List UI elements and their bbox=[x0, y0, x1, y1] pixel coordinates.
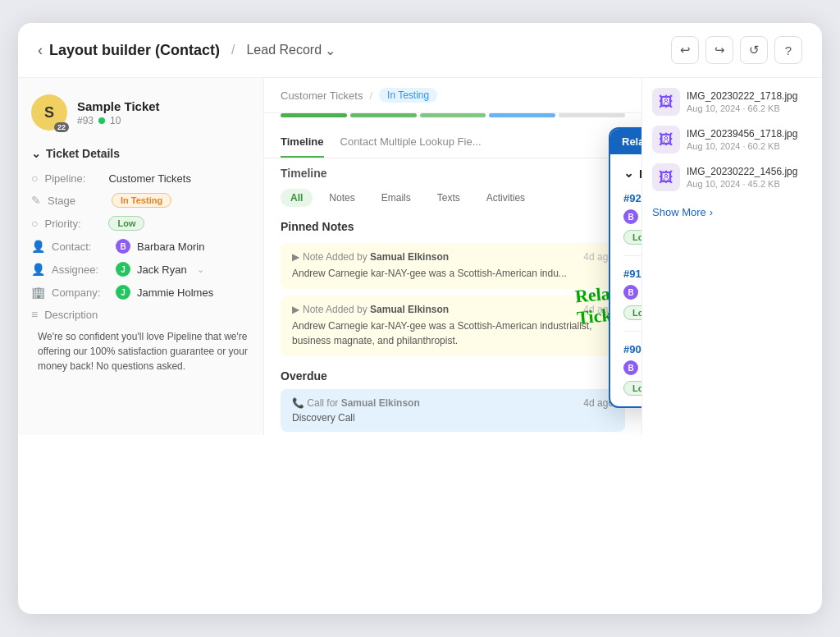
stage-field: ✎ Stage In Testing bbox=[31, 193, 250, 208]
body: S 22 Sample Ticket #93 10 ⌄ Ticket Detai… bbox=[18, 78, 822, 435]
tab-timeline[interactable]: Timeline bbox=[281, 127, 324, 158]
header: ‹ Layout builder (Contact) / Lead Record… bbox=[18, 23, 822, 78]
description-icon: ≡ bbox=[31, 308, 38, 321]
ticket-person-1: B Barbara Morin bbox=[623, 209, 641, 224]
filter-activities[interactable]: Activities bbox=[477, 189, 535, 207]
related-tickets-popup: Related Tickets ✥ 🗑 ⌄ Related Tickets #9… bbox=[609, 127, 641, 408]
attach-info-2: IMG_20239456_1718.jpg Aug 10, 2024 · 60.… bbox=[687, 128, 797, 151]
refresh-button[interactable]: ↺ bbox=[740, 36, 768, 64]
contact-icon: 👤 bbox=[31, 240, 45, 253]
contact-field: 👤 Contact: B Barbara Morin bbox=[31, 239, 250, 254]
attachment-1: 🖼 IMG_20230222_1718.jpg Aug 10, 2024 · 6… bbox=[652, 88, 812, 116]
call-card: 📞 Call for Samual Elkinson 4d ago Discov… bbox=[281, 389, 625, 432]
filter-notes[interactable]: Notes bbox=[319, 189, 364, 207]
breadcrumb-current: In Testing bbox=[379, 88, 437, 103]
popup-header-label: Related Tickets bbox=[622, 135, 641, 148]
attach-icon-1: 🖼 bbox=[652, 88, 680, 116]
avatar-badge: 22 bbox=[54, 122, 69, 132]
ticket-person-3: B Barbara Morin bbox=[623, 360, 641, 375]
ticket-avatar-2: B bbox=[623, 285, 638, 300]
note-card-2: ▶ Note Added by Samual Elkinson 4d ago A… bbox=[281, 296, 625, 356]
related-ticket-2: #91 - Sample ticket 2 B Barbara Morin · … bbox=[623, 268, 641, 332]
ticket-details-title: ⌄ Ticket Details bbox=[31, 147, 250, 160]
assignee-field: 👤 Assignee: J Jack Ryan ⌄ bbox=[31, 262, 250, 277]
status-dot bbox=[98, 117, 105, 124]
description-text: We're so confident you'll love Pipeline … bbox=[31, 329, 250, 373]
ticket-avatar-1: B bbox=[623, 209, 638, 224]
header-left: ‹ Layout builder (Contact) / Lead Record… bbox=[38, 42, 336, 59]
ticket-priority-1: Low bbox=[623, 230, 641, 245]
timeline-header: Timeline bbox=[264, 158, 641, 184]
call-header: 📞 Call for Samual Elkinson 4d ago bbox=[292, 397, 614, 409]
stage-badge: In Testing bbox=[112, 193, 171, 208]
pinned-notes-title: Pinned Notes bbox=[264, 215, 641, 238]
back-button[interactable]: ‹ bbox=[38, 42, 43, 59]
avatar: S 22 bbox=[31, 94, 67, 131]
attachment-3: 🖼 IMG_20230222_1456.jpg Aug 10, 2024 · 4… bbox=[652, 163, 812, 191]
progress-seg-4 bbox=[489, 113, 555, 117]
filter-all[interactable]: All bbox=[281, 189, 313, 207]
progress-seg-1 bbox=[281, 113, 347, 117]
header-actions: ↩ ↪ ↺ ? bbox=[671, 36, 802, 64]
filter-emails[interactable]: Emails bbox=[372, 189, 421, 207]
call-text: Discovery Call bbox=[292, 412, 614, 424]
note-text-1: Andrew Carnegie kar-NAY-gee was a Scotti… bbox=[292, 266, 614, 281]
ticket-tags-1: B Barbara Morin · In Progress bbox=[623, 209, 641, 224]
priority-icon: ○ bbox=[31, 217, 38, 230]
pipeline-field: ○ Pipeline: Customer Tickets bbox=[31, 172, 250, 185]
stage-icon: ✎ bbox=[31, 194, 41, 207]
ticket-priority-2: Low bbox=[623, 305, 641, 320]
show-more-button[interactable]: Show More › bbox=[652, 201, 812, 223]
ticket-info: Sample Ticket #93 10 bbox=[77, 99, 160, 126]
right-panel: 🖼 IMG_20230222_1718.jpg Aug 10, 2024 · 6… bbox=[641, 78, 822, 435]
ticket-meta: #93 10 bbox=[77, 115, 160, 126]
main-container: ‹ Layout builder (Contact) / Lead Record… bbox=[18, 23, 822, 614]
attach-info-1: IMG_20230222_1718.jpg Aug 10, 2024 · 66.… bbox=[687, 90, 797, 113]
note-header-2: ▶ Note Added by Samual Elkinson 4d ago bbox=[292, 304, 614, 315]
pipeline-icon: ○ bbox=[31, 172, 38, 185]
overdue-title: Overdue bbox=[264, 361, 641, 386]
breadcrumb: Customer Tickets / In Testing bbox=[264, 78, 641, 113]
related-ticket-1: #92 - Sample ticket 1 B Barbara Morin · … bbox=[623, 192, 641, 256]
priority-badge: Low bbox=[108, 216, 144, 231]
progress-bar bbox=[264, 113, 641, 127]
page-title: Layout builder (Contact) bbox=[49, 42, 220, 59]
ticket-header: S 22 Sample Ticket #93 10 bbox=[31, 94, 250, 131]
progress-seg-2 bbox=[350, 113, 417, 117]
popup-title: ⌄ Related Tickets bbox=[623, 166, 641, 181]
ticket-avatar-3: B bbox=[623, 360, 638, 375]
ticket-title: Sample Ticket bbox=[77, 99, 160, 113]
note-header-1: ▶ Note Added by Samual Elkinson 4d ago bbox=[292, 251, 614, 263]
sidebar: S 22 Sample Ticket #93 10 ⌄ Ticket Detai… bbox=[18, 78, 264, 435]
tab-contact-lookup[interactable]: Contact Multiple Lookup Fie... bbox=[340, 127, 482, 158]
ticket-id-1[interactable]: #92 - Sample ticket 1 bbox=[623, 192, 641, 204]
assignee-icon: 👤 bbox=[31, 263, 45, 276]
attach-icon-2: 🖼 bbox=[652, 126, 680, 154]
priority-field: ○ Priority: Low bbox=[31, 216, 250, 231]
progress-seg-5 bbox=[559, 113, 625, 117]
header-subtitle: Lead Record ⌄ bbox=[246, 43, 336, 58]
company-icon: 🏢 bbox=[31, 286, 45, 299]
main-content: Customer Tickets / In Testing Timeline C… bbox=[264, 78, 641, 435]
ticket-person-2: B Barbara Morin bbox=[623, 285, 641, 300]
filter-tabs: All Notes Emails Texts Activities bbox=[264, 184, 641, 215]
progress-seg-3 bbox=[420, 113, 486, 117]
contact-avatar: B bbox=[116, 239, 130, 254]
ticket-priority-3: Low bbox=[623, 381, 641, 396]
redo-button[interactable]: ↪ bbox=[705, 36, 733, 64]
breadcrumb-parent[interactable]: Customer Tickets bbox=[281, 89, 363, 102]
ticket-tags-2: B Barbara Morin · Close bbox=[623, 285, 641, 300]
company-avatar: J bbox=[116, 285, 130, 300]
attachment-2: 🖼 IMG_20239456_1718.jpg Aug 10, 2024 · 6… bbox=[652, 126, 812, 154]
ticket-id-3[interactable]: #90 - Sample ticket 1 bbox=[623, 343, 641, 355]
related-ticket-3: #90 - Sample ticket 1 B Barbara Morin · … bbox=[623, 343, 641, 395]
ticket-id-2[interactable]: #91 - Sample ticket 2 bbox=[623, 268, 641, 280]
filter-texts[interactable]: Texts bbox=[427, 189, 470, 207]
ticket-tags-3: B Barbara Morin · Waiting on Contact bbox=[623, 360, 641, 375]
note-text-2: Andrew Carnegie kar-NAY-gee was a Scotti… bbox=[292, 318, 614, 348]
header-separator: / bbox=[231, 43, 235, 57]
undo-button[interactable]: ↩ bbox=[671, 36, 699, 64]
help-button[interactable]: ? bbox=[774, 36, 802, 64]
note-card-1: ▶ Note Added by Samual Elkinson 4d ago A… bbox=[281, 243, 625, 289]
popup-body: ⌄ Related Tickets #92 - Sample ticket 1 … bbox=[610, 154, 641, 406]
